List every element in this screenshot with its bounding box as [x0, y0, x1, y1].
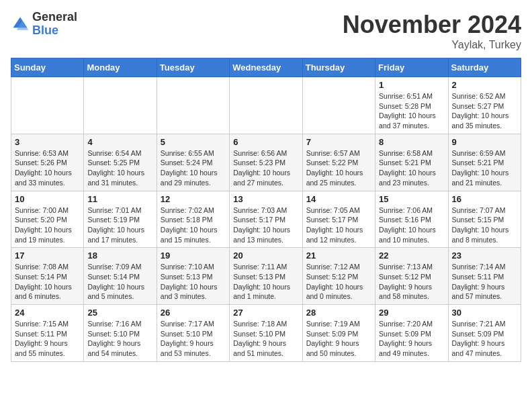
day-info: Sunrise: 7:07 AM Sunset: 5:15 PM Dayligh… [452, 205, 517, 245]
day-number: 13 [233, 194, 298, 204]
calendar-table: SundayMondayTuesdayWednesdayThursdayFrid… [11, 58, 521, 362]
calendar-cell: 23Sunrise: 7:14 AM Sunset: 5:11 PM Dayli… [448, 248, 521, 305]
page-header: General Blue November 2024 Yaylak, Turke… [11, 11, 521, 51]
day-info: Sunrise: 7:16 AM Sunset: 5:10 PM Dayligh… [87, 319, 152, 359]
calendar-cell: 7Sunrise: 6:57 AM Sunset: 5:22 PM Daylig… [302, 134, 375, 191]
day-info: Sunrise: 7:00 AM Sunset: 5:20 PM Dayligh… [15, 205, 80, 245]
day-number: 11 [87, 194, 152, 204]
calendar-week-row: 17Sunrise: 7:08 AM Sunset: 5:14 PM Dayli… [11, 248, 521, 305]
day-number: 4 [87, 137, 152, 147]
month-title: November 2024 [343, 11, 521, 39]
day-number: 18 [87, 250, 152, 261]
weekday-header-thursday: Thursday [302, 58, 375, 77]
calendar-cell: 20Sunrise: 7:11 AM Sunset: 5:13 PM Dayli… [230, 248, 302, 305]
calendar-cell: 22Sunrise: 7:13 AM Sunset: 5:12 PM Dayli… [375, 248, 448, 305]
calendar-week-row: 3Sunrise: 6:53 AM Sunset: 5:26 PM Daylig… [11, 134, 521, 191]
day-number: 10 [15, 194, 80, 204]
calendar-cell: 18Sunrise: 7:09 AM Sunset: 5:14 PM Dayli… [84, 248, 157, 305]
calendar-week-row: 1Sunrise: 6:51 AM Sunset: 5:28 PM Daylig… [11, 77, 521, 134]
calendar-cell: 17Sunrise: 7:08 AM Sunset: 5:14 PM Dayli… [11, 248, 84, 305]
day-number: 2 [452, 80, 517, 90]
day-info: Sunrise: 7:01 AM Sunset: 5:19 PM Dayligh… [87, 205, 152, 245]
day-info: Sunrise: 6:59 AM Sunset: 5:21 PM Dayligh… [452, 148, 517, 188]
calendar-cell: 14Sunrise: 7:05 AM Sunset: 5:17 PM Dayli… [302, 191, 375, 248]
day-info: Sunrise: 6:57 AM Sunset: 5:22 PM Dayligh… [306, 148, 371, 188]
calendar-body: 1Sunrise: 6:51 AM Sunset: 5:28 PM Daylig… [11, 77, 521, 362]
logo-blue: Blue [32, 24, 77, 38]
day-number: 1 [379, 80, 444, 90]
calendar-cell: 2Sunrise: 6:52 AM Sunset: 5:27 PM Daylig… [448, 77, 521, 134]
calendar-cell: 15Sunrise: 7:06 AM Sunset: 5:16 PM Dayli… [375, 191, 448, 248]
day-number: 21 [306, 250, 371, 261]
calendar-cell: 1Sunrise: 6:51 AM Sunset: 5:28 PM Daylig… [375, 77, 448, 134]
day-info: Sunrise: 7:06 AM Sunset: 5:16 PM Dayligh… [379, 205, 444, 245]
calendar-cell: 4Sunrise: 6:54 AM Sunset: 5:25 PM Daylig… [84, 134, 157, 191]
logo-general: General [32, 11, 77, 24]
weekday-header-friday: Friday [375, 58, 448, 77]
day-info: Sunrise: 7:09 AM Sunset: 5:14 PM Dayligh… [87, 262, 152, 302]
day-info: Sunrise: 7:02 AM Sunset: 5:18 PM Dayligh… [161, 205, 226, 245]
day-number: 29 [379, 308, 444, 318]
weekday-header-sunday: Sunday [11, 58, 84, 77]
day-info: Sunrise: 7:03 AM Sunset: 5:17 PM Dayligh… [233, 205, 298, 245]
day-info: Sunrise: 7:08 AM Sunset: 5:14 PM Dayligh… [15, 262, 80, 302]
logo-icon [11, 15, 30, 34]
day-info: Sunrise: 6:53 AM Sunset: 5:26 PM Dayligh… [15, 148, 80, 188]
day-info: Sunrise: 7:15 AM Sunset: 5:11 PM Dayligh… [15, 319, 80, 359]
calendar-cell: 30Sunrise: 7:21 AM Sunset: 5:09 PM Dayli… [448, 305, 521, 362]
day-number: 30 [452, 308, 517, 318]
calendar-cell: 5Sunrise: 6:55 AM Sunset: 5:24 PM Daylig… [157, 134, 229, 191]
day-info: Sunrise: 6:55 AM Sunset: 5:24 PM Dayligh… [161, 148, 226, 188]
calendar-week-row: 24Sunrise: 7:15 AM Sunset: 5:11 PM Dayli… [11, 305, 521, 362]
day-number: 24 [15, 308, 80, 318]
calendar-cell: 11Sunrise: 7:01 AM Sunset: 5:19 PM Dayli… [84, 191, 157, 248]
weekday-header-tuesday: Tuesday [157, 58, 229, 77]
calendar-cell [230, 77, 302, 134]
calendar-cell [157, 77, 229, 134]
weekday-header-wednesday: Wednesday [230, 58, 302, 77]
day-number: 27 [233, 308, 298, 318]
logo: General Blue [11, 11, 77, 38]
calendar-week-row: 10Sunrise: 7:00 AM Sunset: 5:20 PM Dayli… [11, 191, 521, 248]
day-info: Sunrise: 7:10 AM Sunset: 5:13 PM Dayligh… [161, 262, 226, 302]
calendar-cell: 27Sunrise: 7:18 AM Sunset: 5:10 PM Dayli… [230, 305, 302, 362]
day-info: Sunrise: 7:17 AM Sunset: 5:10 PM Dayligh… [161, 319, 226, 359]
day-info: Sunrise: 7:13 AM Sunset: 5:12 PM Dayligh… [379, 262, 444, 302]
day-number: 6 [233, 137, 298, 147]
day-info: Sunrise: 7:12 AM Sunset: 5:12 PM Dayligh… [306, 262, 371, 302]
day-info: Sunrise: 7:19 AM Sunset: 5:09 PM Dayligh… [306, 319, 371, 359]
calendar-cell: 28Sunrise: 7:19 AM Sunset: 5:09 PM Dayli… [302, 305, 375, 362]
day-number: 5 [161, 137, 226, 147]
calendar-cell: 10Sunrise: 7:00 AM Sunset: 5:20 PM Dayli… [11, 191, 84, 248]
day-number: 7 [306, 137, 371, 147]
calendar-cell [11, 77, 84, 134]
day-number: 12 [161, 194, 226, 204]
day-number: 16 [452, 194, 517, 204]
calendar-cell: 6Sunrise: 6:56 AM Sunset: 5:23 PM Daylig… [230, 134, 302, 191]
day-number: 22 [379, 250, 444, 261]
weekday-header-monday: Monday [84, 58, 157, 77]
calendar-header: SundayMondayTuesdayWednesdayThursdayFrid… [11, 58, 521, 77]
day-number: 23 [452, 250, 517, 261]
day-info: Sunrise: 7:18 AM Sunset: 5:10 PM Dayligh… [233, 319, 298, 359]
calendar-cell [302, 77, 375, 134]
day-number: 15 [379, 194, 444, 204]
day-number: 28 [306, 308, 371, 318]
day-info: Sunrise: 6:51 AM Sunset: 5:28 PM Dayligh… [379, 91, 444, 131]
day-number: 19 [161, 250, 226, 261]
day-number: 3 [15, 137, 80, 147]
day-info: Sunrise: 6:58 AM Sunset: 5:21 PM Dayligh… [379, 148, 444, 188]
day-number: 9 [452, 137, 517, 147]
calendar-cell: 29Sunrise: 7:20 AM Sunset: 5:09 PM Dayli… [375, 305, 448, 362]
calendar-cell: 9Sunrise: 6:59 AM Sunset: 5:21 PM Daylig… [448, 134, 521, 191]
day-number: 20 [233, 250, 298, 261]
weekday-header-row: SundayMondayTuesdayWednesdayThursdayFrid… [11, 58, 521, 77]
logo-text: General Blue [32, 11, 77, 38]
day-info: Sunrise: 7:05 AM Sunset: 5:17 PM Dayligh… [306, 205, 371, 245]
day-info: Sunrise: 7:14 AM Sunset: 5:11 PM Dayligh… [452, 262, 517, 302]
day-info: Sunrise: 7:11 AM Sunset: 5:13 PM Dayligh… [233, 262, 298, 302]
day-info: Sunrise: 6:52 AM Sunset: 5:27 PM Dayligh… [452, 91, 517, 131]
calendar-cell: 25Sunrise: 7:16 AM Sunset: 5:10 PM Dayli… [84, 305, 157, 362]
calendar-cell: 13Sunrise: 7:03 AM Sunset: 5:17 PM Dayli… [230, 191, 302, 248]
calendar-cell: 3Sunrise: 6:53 AM Sunset: 5:26 PM Daylig… [11, 134, 84, 191]
